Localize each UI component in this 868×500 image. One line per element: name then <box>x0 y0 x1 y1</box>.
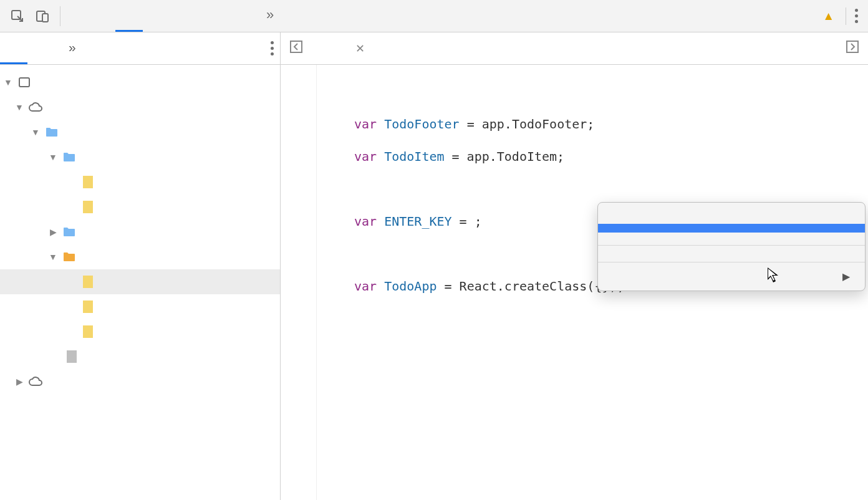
tree-node-ga[interactable]: ▶ <box>0 369 280 394</box>
svg-rect-2 <box>42 14 48 22</box>
tree-file-footer[interactable] <box>0 294 280 319</box>
tree-node-folder-src[interactable]: ▼ <box>0 244 280 269</box>
folder-icon <box>62 225 76 239</box>
js-file-icon <box>81 300 95 314</box>
warning-badge[interactable]: ▲ <box>822 9 837 23</box>
toggle-sidebar-icon[interactable] <box>837 40 868 57</box>
navigator-tab-page[interactable] <box>0 32 27 64</box>
svg-rect-11 <box>847 41 858 52</box>
svg-rect-3 <box>19 78 29 87</box>
close-icon[interactable]: ✕ <box>355 42 365 55</box>
js-file-icon <box>81 200 95 214</box>
divider <box>598 262 865 262</box>
tab-network[interactable] <box>143 0 170 32</box>
navigator-tab-filesystem[interactable] <box>27 32 55 64</box>
tree-node-folder[interactable]: ▼ <box>0 120 280 145</box>
tree-file-todoModel[interactable] <box>0 170 280 195</box>
navigator-pane: » ▼ ▼ ▼ ▼ <box>0 32 281 500</box>
chevron-right-icon: ▶ <box>15 377 24 387</box>
warning-icon: ▲ <box>822 9 834 23</box>
tab-performance[interactable] <box>170 0 198 32</box>
tab-elements[interactable] <box>60 0 88 32</box>
divider <box>846 7 846 25</box>
js-file-icon <box>81 175 95 189</box>
chevron-down-icon: ▼ <box>31 127 40 137</box>
svg-rect-7 <box>83 300 93 313</box>
file-tabs-bar: ✕ <box>281 32 868 65</box>
file-tab-todoModel[interactable] <box>312 32 337 64</box>
svg-rect-5 <box>83 201 93 213</box>
ctx-add-breakpoint[interactable] <box>598 206 865 215</box>
tab-overflow-icon[interactable]: » <box>253 0 287 32</box>
cloud-icon <box>29 375 42 388</box>
folder-orange-icon <box>62 250 76 264</box>
ctx-speech[interactable]: ▶ <box>598 266 865 287</box>
svg-rect-9 <box>67 350 77 363</box>
svg-rect-8 <box>83 325 93 338</box>
js-file-icon <box>81 325 95 339</box>
tree-node-domain[interactable]: ▼ <box>0 95 280 120</box>
tree-file-utils[interactable] <box>0 195 280 219</box>
navigator-menu-icon[interactable] <box>271 41 274 55</box>
folder-icon <box>45 125 59 139</box>
chevron-down-icon: ▼ <box>49 252 57 262</box>
navigator-overflow-icon[interactable]: » <box>55 32 90 64</box>
tree-file-todoItem[interactable] <box>0 319 280 344</box>
svg-rect-6 <box>83 276 93 288</box>
toolbar-left-icons <box>0 7 60 25</box>
editor-pane: ✕ var TodoFooter = app.TodoFooter; var T… <box>281 32 868 500</box>
inspect-icon[interactable] <box>9 7 26 25</box>
line-gutter[interactable] <box>281 65 317 500</box>
ctx-add-conditional[interactable] <box>598 215 865 224</box>
chevron-down-icon: ▼ <box>4 77 12 87</box>
tab-memory[interactable] <box>198 0 225 32</box>
nav-back-icon[interactable] <box>281 40 312 57</box>
tab-sources[interactable] <box>115 0 143 32</box>
devtools-top-bar: » ▲ <box>0 0 868 32</box>
gutter-context-menu: ▶ <box>597 202 866 291</box>
chevron-right-icon: ▶ <box>49 227 57 237</box>
panel-tabs: » <box>60 0 813 32</box>
folder-icon <box>62 150 76 164</box>
divider <box>598 245 865 246</box>
chevron-down-icon: ▼ <box>15 102 24 112</box>
chevron-down-icon: ▼ <box>49 152 57 162</box>
ctx-never-pause[interactable] <box>598 233 865 241</box>
tab-console[interactable] <box>88 0 115 32</box>
main-split: » ▼ ▼ ▼ ▼ <box>0 32 868 500</box>
navigator-head: » <box>0 32 280 65</box>
file-tab-app[interactable]: ✕ <box>337 32 377 64</box>
ctx-blackbox[interactable] <box>598 249 865 258</box>
svg-rect-4 <box>83 176 93 188</box>
frame-icon <box>17 75 31 89</box>
svg-rect-10 <box>291 41 302 52</box>
toolbar-right: ▲ <box>813 7 868 25</box>
document-icon <box>65 350 79 363</box>
submenu-arrow-icon: ▶ <box>842 271 850 282</box>
cloud-icon <box>29 100 42 114</box>
mouse-cursor-icon <box>767 267 779 287</box>
ctx-add-logpoint[interactable] <box>598 224 865 233</box>
tree-node-folder-js[interactable]: ▼ <box>0 145 280 170</box>
js-file-icon <box>81 275 95 289</box>
tree-file-app[interactable] <box>0 269 280 294</box>
settings-menu-icon[interactable] <box>855 9 858 23</box>
code-text <box>566 408 868 424</box>
tree-file-index[interactable] <box>0 344 280 369</box>
tree-node-node_modules[interactable]: ▶ <box>0 219 280 244</box>
device-toggle-icon[interactable] <box>34 7 51 25</box>
tree-node-top[interactable]: ▼ <box>0 70 280 95</box>
file-tree: ▼ ▼ ▼ ▼ <box>0 65 280 399</box>
tab-application[interactable] <box>225 0 253 32</box>
